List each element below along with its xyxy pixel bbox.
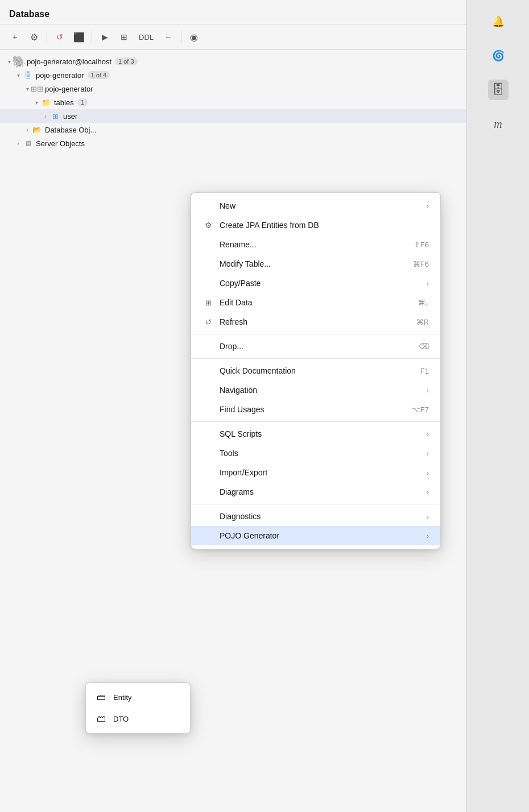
menu-item-find-usages[interactable]: Find Usages ⌥F7 xyxy=(191,400,440,419)
stop-button[interactable]: ⬛ xyxy=(71,29,87,45)
menu-item-pojo-label: POJO Generator xyxy=(220,531,422,540)
sub-menu-entity[interactable]: 🗃 Entity xyxy=(86,686,190,708)
jpa-icon: ⚙ xyxy=(202,219,214,231)
header: Database xyxy=(0,0,466,24)
context-menu: New › ⚙ Create JPA Entities from DB Rena… xyxy=(191,192,441,549)
database-sidebar-icon[interactable]: 🗄 xyxy=(488,80,509,100)
menu-item-modify[interactable]: Modify Table... ⌘F6 xyxy=(191,254,440,274)
menu-item-edit-data[interactable]: ⊞ Edit Data ⌘↓ xyxy=(191,293,440,312)
menu-item-pojo-generator[interactable]: POJO Generator › xyxy=(191,526,440,545)
menu-item-drop-label: Drop... xyxy=(220,342,410,351)
tree-item-db[interactable]: 🗄 pojo-generator 1 of 4 xyxy=(0,68,466,82)
diagrams-icon xyxy=(202,486,214,498)
menu-item-edit-label: Edit Data xyxy=(220,298,409,307)
diagrams-arrow: › xyxy=(427,488,429,496)
menu-item-copy-paste[interactable]: Copy/Paste › xyxy=(191,274,440,293)
tree-badge-tables: 1 xyxy=(77,98,88,106)
refresh-button[interactable]: ↺ xyxy=(52,29,68,45)
tree-item-dbobj[interactable]: 📂 Database Obj... xyxy=(0,123,466,136)
jump-button[interactable]: ← xyxy=(160,29,176,45)
edit-data-icon: ⊞ xyxy=(202,297,214,308)
rename-shortcut: ⇧F6 xyxy=(414,241,429,249)
db-settings-button[interactable]: ⚙ xyxy=(26,29,42,45)
menu-item-navigation[interactable]: Navigation › xyxy=(191,380,440,400)
bell-icon[interactable]: 🔔 xyxy=(488,11,509,32)
m-icon[interactable]: m xyxy=(488,114,509,134)
tree-item-user[interactable]: ⊞ user xyxy=(0,109,466,123)
run-button[interactable]: ▶ xyxy=(97,29,113,45)
tree-arrow-tables xyxy=(32,98,41,107)
refresh-shortcut: ⌘R xyxy=(416,318,429,326)
drop-shortcut: ⌫ xyxy=(419,342,429,351)
tree-arrow-user xyxy=(41,111,50,121)
copy-paste-arrow: › xyxy=(427,279,429,288)
menu-item-diagrams[interactable]: Diagrams › xyxy=(191,482,440,502)
tools-arrow: › xyxy=(427,449,429,458)
modify-icon xyxy=(202,258,214,270)
menu-item-import-export[interactable]: Import/Export › xyxy=(191,463,440,482)
tree-label-servobj: Server Objects xyxy=(36,139,85,148)
menu-item-refresh[interactable]: ↺ Refresh ⌘R xyxy=(191,312,440,332)
quick-doc-shortcut: F1 xyxy=(420,367,429,375)
spiral-icon[interactable]: 🌀 xyxy=(488,45,509,66)
menu-item-sql-scripts[interactable]: SQL Scripts › xyxy=(191,424,440,444)
edit-data-shortcut: ⌘↓ xyxy=(418,299,429,307)
tree-item-root[interactable]: 🐘 pojo-generator@localhost 1 of 3 xyxy=(0,55,466,68)
tree-label-schema: pojo-generator xyxy=(45,85,93,93)
table-icon: ⊞ xyxy=(50,111,60,121)
new-icon xyxy=(202,200,214,212)
tree-arrow-dbobj xyxy=(23,125,32,134)
tree-item-servobj[interactable]: 🖥 Server Objects xyxy=(0,136,466,150)
menu-item-find-label: Find Usages xyxy=(220,405,403,414)
menu-item-diagnostics[interactable]: Diagnostics › xyxy=(191,507,440,526)
page-title: Database xyxy=(9,9,49,19)
tree-label-tables: tables xyxy=(54,98,74,107)
menu-item-sql-label: SQL Scripts xyxy=(220,429,422,438)
toolbar-separator-1 xyxy=(47,31,47,43)
toolbar: + ⚙ ↺ ⬛ ▶ ⊞ DDL ← ◉ xyxy=(0,24,466,50)
tree-item-tables[interactable]: 📁 tables 1 xyxy=(0,96,466,109)
separator-2 xyxy=(191,358,440,359)
menu-item-rename-label: Rename... xyxy=(220,240,405,249)
tree-label-user: user xyxy=(63,112,77,121)
dto-icon: 🗃 xyxy=(95,712,108,725)
menu-item-quick-doc[interactable]: Quick Documentation F1 xyxy=(191,361,440,380)
refresh-icon: ↺ xyxy=(202,316,214,328)
copy-paste-icon xyxy=(202,277,214,289)
ddl-button[interactable]: DDL xyxy=(135,32,157,43)
navigation-icon xyxy=(202,384,214,396)
tree-item-schema[interactable]: ⊞⊞ pojo-generator xyxy=(0,82,466,96)
sub-menu-dto[interactable]: 🗃 DTO xyxy=(86,708,190,730)
servobj-icon: 🖥 xyxy=(23,138,33,148)
tree-badge-db: 1 of 4 xyxy=(88,71,110,79)
menu-item-rename[interactable]: Rename... ⇧F6 xyxy=(191,235,440,254)
tree-arrow-db xyxy=(14,71,23,80)
menu-item-refresh-label: Refresh xyxy=(220,317,407,326)
separator-1 xyxy=(191,334,440,334)
menu-item-new[interactable]: New › xyxy=(191,196,440,216)
add-button[interactable]: + xyxy=(7,29,23,45)
menu-item-modify-label: Modify Table... xyxy=(220,259,404,268)
db-icon: 🗄 xyxy=(23,70,33,80)
sql-arrow: › xyxy=(427,430,429,438)
schema-icon: ⊞⊞ xyxy=(32,84,42,94)
menu-item-create-jpa[interactable]: ⚙ Create JPA Entities from DB xyxy=(191,216,440,235)
toolbar-separator-2 xyxy=(92,31,92,43)
menu-item-tools[interactable]: Tools › xyxy=(191,444,440,463)
pojo-icon xyxy=(202,530,214,541)
eye-button[interactable]: ◉ xyxy=(186,29,202,45)
new-arrow: › xyxy=(427,202,429,210)
menu-item-drop[interactable]: Drop... ⌫ xyxy=(191,337,440,356)
entity-icon: 🗃 xyxy=(95,691,108,703)
rename-icon xyxy=(202,239,214,250)
tree-label-dbobj: Database Obj... xyxy=(45,126,96,134)
dbobj-icon: 📂 xyxy=(32,125,42,135)
grid-button[interactable]: ⊞ xyxy=(116,29,132,45)
tree-arrow-servobj xyxy=(14,139,23,148)
menu-item-diag-label: Diagnostics xyxy=(220,512,422,521)
sql-icon xyxy=(202,428,214,440)
toolbar-separator-3 xyxy=(181,31,181,43)
sub-context-menu: 🗃 Entity 🗃 DTO xyxy=(85,682,191,734)
sub-menu-dto-label: DTO xyxy=(113,715,129,723)
postgres-icon: 🐘 xyxy=(14,56,24,67)
